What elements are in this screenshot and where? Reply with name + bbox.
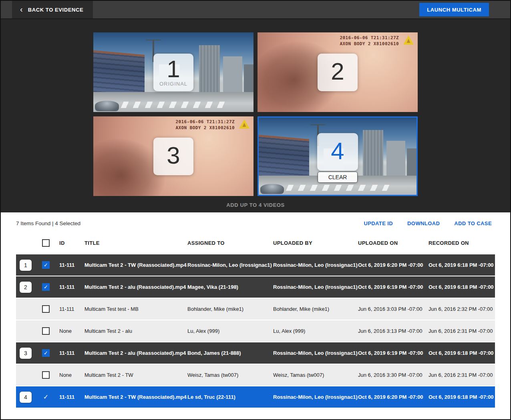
clear-slot-button[interactable]: CLEAR — [318, 172, 358, 183]
check-icon: ✓ — [44, 350, 48, 356]
stamp-timestamp: 2016-06-06 T21:31:27Z — [176, 119, 235, 125]
video-slot-3[interactable]: 2016-06-06 T21:31:27Z AXON BODY 2 X81002… — [93, 116, 253, 196]
row-check-cell — [38, 305, 59, 313]
slot-2-number-card: 2 — [318, 54, 358, 91]
add-to-case-link[interactable]: ADD TO CASE — [454, 220, 492, 226]
row-uploaded-on: Jun 6, 2016 3:13 PM -07:00 — [358, 328, 429, 334]
row-assigned-to: Lu, Alex (999) — [187, 328, 273, 334]
row-recorded-on: Jun 6, 2016 2:31 PM -07:00 — [429, 328, 495, 334]
items-found-summary: 7 Items Found | 4 Selected — [16, 220, 80, 226]
row-recorded-on: Oct 6, 2019 6:18 PM -07:00 — [429, 284, 495, 290]
slot-1-number-card: 1 ORIGINAL — [153, 54, 193, 91]
slot-1-original-label: ORIGINAL — [159, 81, 187, 87]
select-all-checkbox[interactable] — [42, 239, 50, 247]
table-row[interactable]: 4✓11-111Multicam Test 2 - TW (Reassociat… — [16, 386, 495, 408]
row-id: 11-111 — [59, 284, 84, 290]
row-uploaded-on: Oct 6, 2019 6:20 PM -07:00 — [358, 262, 429, 268]
row-order-badge-cell: 4 — [16, 392, 38, 403]
row-id: 11-111 — [59, 306, 84, 312]
bulk-actions: UPDATE ID DOWNLOAD ADD TO CASE — [364, 220, 492, 226]
stamp-timestamp: 2016-06-06 T21:31:27Z — [340, 35, 399, 41]
video-slot-2[interactable]: 2016-06-06 T21:31:27Z AXON BODY 2 X81002… — [258, 32, 418, 112]
row-assigned-to: Bohlander, Mike (mike1) — [187, 306, 273, 312]
row-order-badge: 2 — [20, 282, 32, 293]
row-uploaded-by: Lu, Alex (999) — [273, 328, 358, 334]
row-order-badge: 4 — [20, 392, 32, 403]
slot-4-number-card: 4 — [317, 133, 358, 170]
row-order-badge-cell: 3 — [16, 348, 38, 359]
video-metadata-stamp: 2016-06-06 T21:31:27Z AXON BODY 2 X81002… — [340, 35, 414, 47]
table-header-row: ID TITLE ASSIGNED TO UPLOADED BY UPLOADE… — [16, 231, 495, 254]
row-check-cell: ✓ — [38, 393, 59, 401]
row-title: Multicam Test 2 - alu (Reassociated).mp4 — [84, 284, 187, 290]
column-header-uploaded-by[interactable]: UPLOADED BY — [273, 240, 358, 246]
row-uploaded-on: Jun 6, 2016 3:30 PM -07:00 — [358, 372, 429, 378]
video-picker-section: 1 ORIGINAL 2016-06-06 T21:31:27Z AXON BO… — [1, 18, 510, 212]
slot-3-number-card: 3 — [153, 138, 193, 175]
top-bar: ‹ BACK TO EVIDENCE LAUNCH MULTICAM — [1, 1, 510, 18]
row-assigned-to: Bond, James (21-888) — [187, 350, 273, 356]
stamp-device-id: AXON BODY 2 X81002610 — [340, 41, 399, 47]
update-id-link[interactable]: UPDATE ID — [364, 220, 393, 226]
row-assigned-to: Le sd, Truc (22-111) — [187, 394, 273, 400]
row-id: None — [59, 328, 84, 334]
video-slot-1[interactable]: 1 ORIGINAL — [93, 32, 253, 112]
row-recorded-on: Oct 6, 2019 6:18 PM -07:00 — [429, 262, 495, 268]
download-link[interactable]: DOWNLOAD — [407, 220, 440, 226]
table-row[interactable]: NoneMulticam Test 2 - TWWeisz, Tamas (tw… — [16, 364, 495, 386]
row-uploaded-by: Rossinac-Milon, Leo (lrossignac1) — [273, 350, 358, 356]
stamp-device-id: AXON BODY 2 X81002610 — [176, 125, 235, 131]
column-header-id[interactable]: ID — [59, 240, 84, 246]
table-row[interactable]: 1✓11-111Multicam Test 2 - TW (Reassociat… — [16, 254, 495, 276]
row-assigned-to: Weisz, Tamas (tw007) — [187, 372, 273, 378]
row-order-badge-cell: 2 — [16, 282, 38, 293]
row-title: Multicam Test 2 - TW (Reassociated).mp4 — [84, 262, 187, 268]
row-title: Multicam Test 2 - TW (Reassociated).mp4 — [84, 394, 187, 400]
row-check-cell — [38, 327, 59, 335]
column-header-uploaded-on[interactable]: UPLOADED ON — [358, 240, 429, 246]
table-row[interactable]: 2✓11-111Multicam Test 2 - alu (Reassocia… — [16, 276, 495, 298]
table-row[interactable]: NoneMulticam Test 2 - aluLu, Alex (999)L… — [16, 320, 495, 342]
row-recorded-on: Oct 6, 2019 6:18 PM -07:00 — [429, 394, 495, 400]
row-check-cell: ✓ — [38, 261, 59, 269]
row-checkbox[interactable] — [42, 327, 50, 335]
row-title: Multicam Test 2 - TW — [84, 372, 187, 378]
column-header-recorded-on[interactable]: RECORDED ON — [429, 240, 495, 246]
check-icon: ✓ — [43, 394, 48, 400]
slot-2-number: 2 — [331, 59, 344, 84]
table-row[interactable]: 3✓11-111Multicam Test 2 - alu (Reassocia… — [16, 342, 495, 364]
check-icon: ✓ — [44, 284, 48, 290]
column-header-assigned-to[interactable]: ASSIGNED TO — [187, 240, 273, 246]
slot-1-number: 1 — [167, 56, 180, 82]
evidence-table: ID TITLE ASSIGNED TO UPLOADED BY UPLOADE… — [16, 231, 495, 408]
axon-logo-icon — [403, 36, 414, 45]
row-checkbox[interactable]: ✓ — [42, 261, 50, 269]
results-section: 7 Items Found | 4 Selected UPDATE ID DOW… — [1, 212, 510, 408]
video-metadata-stamp: 2016-06-06 T21:31:27Z AXON BODY 2 X81002… — [176, 119, 249, 131]
chevron-left-icon: ‹ — [20, 5, 23, 13]
row-order-badge-cell: 1 — [16, 260, 38, 271]
table-row[interactable]: 11-111Multicam Test test - MBBohlander, … — [16, 298, 495, 320]
row-checkbox[interactable] — [42, 305, 50, 313]
row-uploaded-by: Weisz, Tamas (tw007) — [273, 372, 358, 378]
slot-4-number: 4 — [331, 138, 344, 164]
row-checkbox[interactable] — [42, 371, 50, 379]
check-icon: ✓ — [44, 262, 48, 268]
column-header-title[interactable]: TITLE — [84, 240, 187, 246]
row-assigned-to: Magee, Vika (21-198) — [187, 284, 273, 290]
row-id: 11-111 — [59, 262, 84, 268]
row-checkbox[interactable]: ✓ — [42, 283, 50, 291]
row-id: 11-111 — [59, 394, 84, 400]
row-id: None — [59, 372, 84, 378]
summary-bar: 7 Items Found | 4 Selected UPDATE ID DOW… — [1, 212, 510, 231]
back-to-evidence-button[interactable]: ‹ BACK TO EVIDENCE — [12, 1, 93, 18]
row-checkbox[interactable]: ✓ — [42, 393, 50, 401]
row-uploaded-on: Oct 6, 2019 6:19 PM -07:00 — [358, 284, 429, 290]
video-slot-4[interactable]: 4 CLEAR — [258, 116, 418, 196]
row-checkbox[interactable]: ✓ — [42, 349, 50, 357]
launch-multicam-button[interactable]: LAUNCH MULTICAM — [419, 3, 489, 16]
video-thumbnail-grid: 1 ORIGINAL 2016-06-06 T21:31:27Z AXON BO… — [93, 32, 418, 196]
row-check-cell: ✓ — [38, 283, 59, 291]
row-id: 11-111 — [59, 350, 84, 356]
slot-3-number: 3 — [167, 143, 180, 168]
